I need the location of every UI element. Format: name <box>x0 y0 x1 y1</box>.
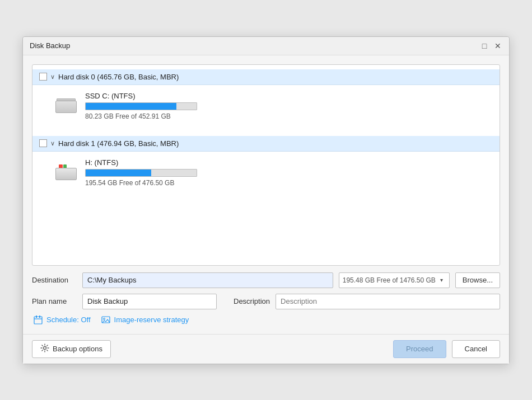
dropdown-arrow-icon[interactable]: ▾ <box>438 276 446 284</box>
disk-0-label: Hard disk 0 (465.76 GB, Basic, MBR) <box>58 73 179 81</box>
chevron-icon-0: ∨ <box>50 73 55 81</box>
close-button[interactable]: ✕ <box>493 41 502 50</box>
win-drive-shape <box>55 164 77 180</box>
destination-free-text: 195.48 GB Free of 1476.50 GB <box>343 276 436 284</box>
window-body: ∨ Hard disk 0 (465.76 GB, Basic, MBR) SS… <box>23 55 509 334</box>
disk-1-label: Hard disk 1 (476.94 GB, Basic, MBR) <box>58 139 179 148</box>
disk-group-1: ∨ Hard disk 1 (476.94 GB, Basic, MBR) <box>32 131 500 198</box>
proceed-button[interactable]: Proceed <box>393 340 446 358</box>
links-row: Schedule: Off Image-reserve strategy <box>32 315 500 325</box>
disk-0-checkbox[interactable] <box>39 73 47 81</box>
partition-size-h: 195.54 GB Free of 476.50 GB <box>85 179 488 187</box>
cancel-button[interactable]: Cancel <box>452 340 500 358</box>
usage-bar-fill-h <box>86 170 151 176</box>
usage-bar-fill-ssd-c <box>86 103 176 110</box>
partition-name-ssd-c: SSD C: (NTFS) <box>85 92 488 100</box>
footer-right: Proceed Cancel <box>393 340 500 358</box>
svg-rect-0 <box>34 317 42 324</box>
window-title: Disk Backup <box>30 41 70 50</box>
destination-label: Destination <box>32 276 77 284</box>
disk-1-checkbox[interactable] <box>39 139 47 147</box>
destination-input[interactable]: C:\My Backups <box>82 272 333 288</box>
destination-free: 195.48 GB Free of 1476.50 GB ▾ <box>339 272 450 288</box>
disk-header-0[interactable]: ∨ Hard disk 0 (465.76 GB, Basic, MBR) <box>32 69 500 85</box>
gear-icon <box>40 343 49 354</box>
partition-info-ssd-c: SSD C: (NTFS) 80.23 GB Free of 452.91 GB <box>85 92 488 120</box>
backup-options-button[interactable]: Backup options <box>32 340 111 358</box>
browse-button[interactable]: Browse... <box>455 272 500 288</box>
disk-list-container[interactable]: ∨ Hard disk 0 (465.76 GB, Basic, MBR) SS… <box>32 64 500 266</box>
schedule-label: Schedule: Off <box>46 316 91 324</box>
partition-name-h: H: (NTFS) <box>85 158 488 167</box>
disk-backup-window: Disk Backup □ ✕ ∨ Hard disk 0 (465.76 GB… <box>22 36 510 364</box>
disk-header-1[interactable]: ∨ Hard disk 1 (476.94 GB, Basic, MBR) <box>32 136 500 152</box>
plan-name-label: Plan name <box>32 297 77 305</box>
schedule-icon <box>33 315 43 325</box>
svg-point-6 <box>44 347 46 350</box>
titlebar-controls: □ ✕ <box>480 41 502 50</box>
image-reserve-label: Image-reserve strategy <box>114 316 189 324</box>
plan-desc-row: Plan name Disk Backup Description <box>32 294 500 309</box>
partition-item-h: H: (NTFS) 195.54 GB Free of 476.50 GB <box>32 152 500 194</box>
hdd-shape <box>55 98 77 113</box>
titlebar: Disk Backup □ ✕ <box>23 37 509 55</box>
description-label: Description <box>234 297 270 305</box>
hdd-body <box>55 101 77 113</box>
usage-bar-container-ssd-c <box>85 102 197 110</box>
image-reserve-link[interactable]: Image-reserve strategy <box>101 315 189 325</box>
partition-info-h: H: (NTFS) 195.54 GB Free of 476.50 GB <box>85 158 488 187</box>
footer-left: Backup options <box>32 340 111 358</box>
disk-group-0: ∨ Hard disk 0 (465.76 GB, Basic, MBR) SS… <box>32 65 500 131</box>
svg-point-5 <box>103 318 105 319</box>
svg-rect-1 <box>36 316 37 318</box>
backup-options-label: Backup options <box>53 345 102 353</box>
form-area: Destination C:\My Backups 195.48 GB Free… <box>32 272 500 325</box>
chevron-icon-1: ∨ <box>50 140 55 147</box>
image-reserve-icon <box>101 315 111 325</box>
minimize-button[interactable]: □ <box>480 41 489 50</box>
ssd-drive-icon <box>55 97 77 114</box>
svg-rect-2 <box>39 316 40 318</box>
partition-size-ssd-c: 80.23 GB Free of 452.91 GB <box>85 112 488 120</box>
plan-name-input[interactable]: Disk Backup <box>82 294 217 309</box>
win-body-shape <box>55 168 77 180</box>
usage-bar-container-h <box>85 169 197 177</box>
destination-row: Destination C:\My Backups 195.48 GB Free… <box>32 272 500 288</box>
partition-item-ssd-c: SSD C: (NTFS) 80.23 GB Free of 452.91 GB <box>32 85 500 127</box>
schedule-link[interactable]: Schedule: Off <box>33 315 91 325</box>
description-input[interactable] <box>276 294 500 309</box>
footer: Backup options Proceed Cancel <box>23 334 509 364</box>
win-drive-icon <box>55 164 77 181</box>
